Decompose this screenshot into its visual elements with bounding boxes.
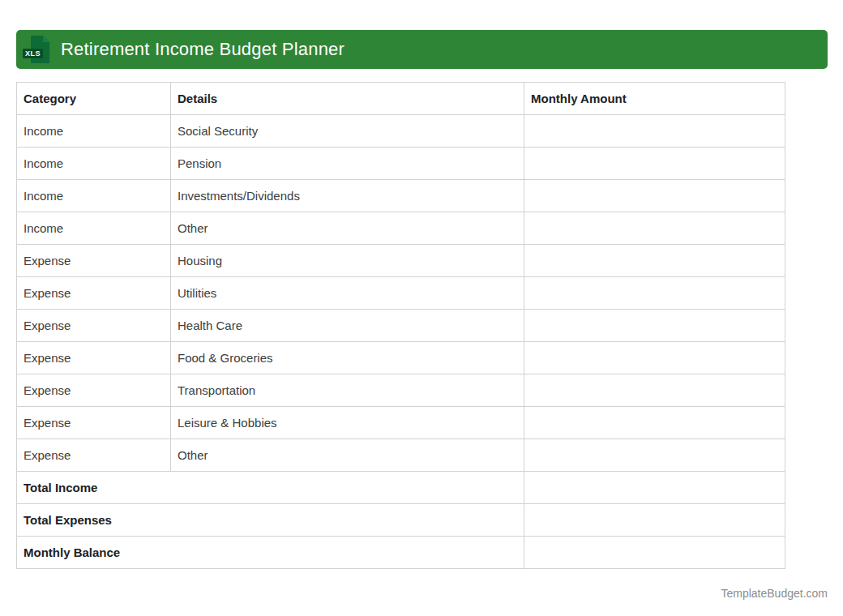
details-cell: Housing — [171, 245, 524, 277]
details-cell: Health Care — [171, 310, 524, 342]
table-header-row: Category Details Monthly Amount — [17, 83, 785, 115]
table-row: Expense Other — [17, 439, 785, 472]
category-cell: Income — [17, 148, 171, 180]
table-row: Expense Housing — [17, 245, 785, 277]
category-cell: Expense — [17, 342, 171, 374]
category-cell: Expense — [17, 439, 171, 472]
footer-brand: TemplateBudget.com — [721, 587, 828, 600]
amount-cell — [524, 277, 785, 310]
category-cell: Income — [17, 180, 171, 212]
xls-file-icon: XLS — [31, 36, 49, 63]
details-cell: Other — [171, 439, 524, 472]
details-cell: Pension — [171, 148, 524, 180]
details-cell: Investments/Dividends — [171, 180, 524, 212]
table-row: Expense Food & Groceries — [17, 342, 785, 374]
details-cell: Utilities — [171, 277, 524, 310]
details-cell: Food & Groceries — [171, 342, 524, 374]
table-row: Expense Health Care — [17, 310, 785, 342]
footer: TemplateBudget.com — [16, 586, 828, 601]
table-row: Income Other — [17, 212, 785, 245]
category-cell: Income — [17, 115, 171, 148]
details-cell: Other — [171, 212, 524, 245]
summary-label-cell: Total Expenses — [17, 504, 524, 537]
amount-cell — [524, 115, 785, 148]
header-bar: XLS Retirement Income Budget Planner — [16, 30, 828, 69]
category-cell: Expense — [17, 277, 171, 310]
summary-amount-cell — [524, 537, 785, 569]
amount-cell — [524, 407, 785, 439]
details-cell: Social Security — [171, 115, 524, 148]
summary-amount-cell — [524, 472, 785, 504]
column-header-monthly-amount: Monthly Amount — [524, 83, 785, 115]
column-header-details: Details — [171, 83, 524, 115]
table-row: Income Pension — [17, 148, 785, 180]
amount-cell — [524, 245, 785, 277]
amount-cell — [524, 180, 785, 212]
table-row: Expense Utilities — [17, 277, 785, 310]
table-row: Expense Leisure & Hobbies — [17, 407, 785, 439]
amount-cell — [524, 439, 785, 472]
page: XLS Retirement Income Budget Planner Cat… — [0, 0, 843, 601]
category-cell: Expense — [17, 245, 171, 277]
summary-row-total-income: Total Income — [17, 472, 785, 504]
amount-cell — [524, 342, 785, 374]
summary-label-cell: Total Income — [17, 472, 524, 504]
xls-folded-corner — [43, 36, 49, 42]
summary-amount-cell — [524, 504, 785, 537]
amount-cell — [524, 310, 785, 342]
category-cell: Income — [17, 212, 171, 245]
table-row: Expense Transportation — [17, 374, 785, 407]
details-cell: Transportation — [171, 374, 524, 407]
table-row: Income Social Security — [17, 115, 785, 148]
summary-row-total-expenses: Total Expenses — [17, 504, 785, 537]
summary-label-cell: Monthly Balance — [17, 537, 524, 569]
amount-cell — [524, 148, 785, 180]
column-header-category: Category — [17, 83, 171, 115]
category-cell: Expense — [17, 310, 171, 342]
amount-cell — [524, 212, 785, 245]
details-cell: Leisure & Hobbies — [171, 407, 524, 439]
xls-badge-label: XLS — [23, 49, 43, 58]
amount-cell — [524, 374, 785, 407]
budget-table: Category Details Monthly Amount Income S… — [16, 82, 785, 569]
table-row: Income Investments/Dividends — [17, 180, 785, 212]
summary-row-monthly-balance: Monthly Balance — [17, 537, 785, 569]
category-cell: Expense — [17, 407, 171, 439]
category-cell: Expense — [17, 374, 171, 407]
page-title: Retirement Income Budget Planner — [61, 39, 344, 60]
